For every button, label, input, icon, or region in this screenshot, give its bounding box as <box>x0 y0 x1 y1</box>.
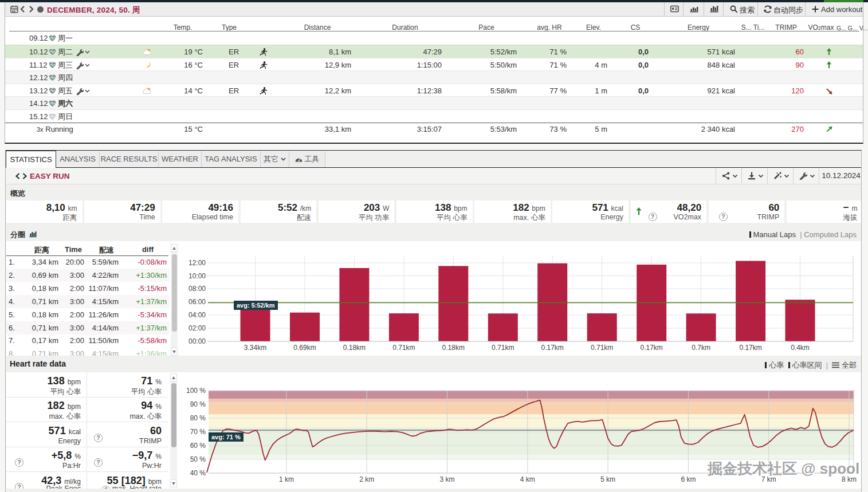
svg-text:70 %: 70 % <box>190 428 206 436</box>
svg-text:0.7km: 0.7km <box>692 344 710 352</box>
svg-text:80 %: 80 % <box>190 414 206 422</box>
svg-text:0.18km: 0.18km <box>343 344 366 352</box>
svg-text:00:00: 00:00 <box>188 337 206 345</box>
svg-text:4 km: 4 km <box>520 475 535 483</box>
svg-text:40 %: 40 % <box>190 469 206 477</box>
svg-text:12:00: 12:00 <box>188 259 206 267</box>
svg-text:3 km: 3 km <box>439 475 454 483</box>
svg-text:1 km: 1 km <box>279 475 294 483</box>
svg-text:60 %: 60 % <box>190 442 206 450</box>
svg-text:0.18km: 0.18km <box>442 344 465 352</box>
svg-text:0.17km: 0.17km <box>739 344 761 352</box>
svg-text:3.34km: 3.34km <box>244 344 266 352</box>
svg-text:0.69km: 0.69km <box>293 344 316 352</box>
svg-text:100 %: 100 % <box>186 387 206 395</box>
svg-text:02:00: 02:00 <box>188 324 206 332</box>
svg-text:6 km: 6 km <box>681 475 696 483</box>
svg-text:2 km: 2 km <box>359 475 374 483</box>
svg-text:90 %: 90 % <box>190 400 206 408</box>
svg-text:5 km: 5 km <box>600 475 615 483</box>
svg-text:0.71km: 0.71km <box>492 344 514 352</box>
svg-text:08:00: 08:00 <box>188 285 206 293</box>
svg-text:10:00: 10:00 <box>188 272 206 280</box>
svg-text:0.71km: 0.71km <box>591 344 613 352</box>
svg-text:50 %: 50 % <box>190 455 206 463</box>
svg-text:0.17km: 0.17km <box>541 344 564 352</box>
svg-text:0.71km: 0.71km <box>392 344 415 352</box>
svg-text:06:00: 06:00 <box>188 298 206 306</box>
svg-text:04:00: 04:00 <box>188 311 206 319</box>
svg-text:0.17km: 0.17km <box>641 344 663 352</box>
svg-text:0.4km: 0.4km <box>791 344 810 352</box>
